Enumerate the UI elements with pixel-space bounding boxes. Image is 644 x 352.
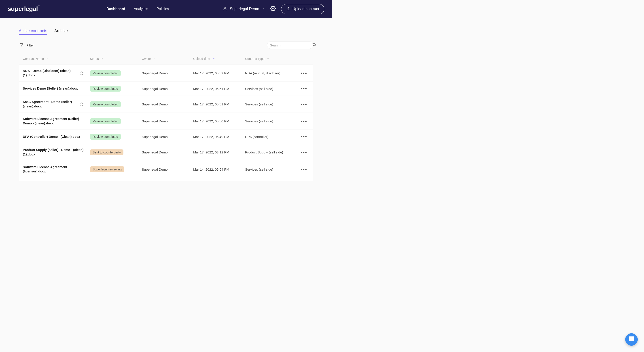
cell-upload-date: Mar 17, 2022, 05:51 PM: [193, 87, 245, 91]
row-actions-button[interactable]: •••: [296, 70, 309, 76]
user-icon: [223, 6, 227, 12]
col-label: Contract Name: [23, 57, 44, 60]
nav-policies[interactable]: Policies: [156, 7, 169, 11]
cell-owner: Superlegal Demo: [142, 135, 193, 139]
user-menu[interactable]: Superlegal Demo: [223, 6, 265, 12]
brand-text: superlegal: [8, 5, 38, 12]
chevron-down-icon: [46, 57, 49, 60]
row-actions-button[interactable]: •••: [296, 167, 309, 172]
cell-upload-date: Mar 14, 2022, 05:54 PM: [193, 168, 245, 171]
cell-status: Sent to counterparty: [90, 150, 142, 155]
cell-owner: Superlegal Demo: [142, 87, 193, 91]
cell-owner: Superlegal Demo: [142, 119, 193, 123]
table-header: Contract Name Status Owner Upload date C…: [19, 57, 313, 65]
table-row[interactable]: NDA - Demo (Discloser) (clean) (1).docxR…: [19, 65, 313, 82]
brand-logo: superlegal™: [8, 5, 40, 12]
cell-status: Review completed: [90, 101, 142, 107]
table-toolbar: Filter: [19, 41, 313, 49]
row-actions-button[interactable]: •••: [296, 134, 309, 140]
row-actions-button[interactable]: •••: [296, 150, 309, 155]
table-row[interactable]: SaaS Agreement - Demo (seller) (clean).d…: [19, 96, 313, 113]
cell-owner: Superlegal Demo: [142, 71, 193, 75]
table-row[interactable]: Product Supply (seller) - Demo - (clean)…: [19, 144, 313, 161]
filter-icon: [101, 57, 104, 60]
cell-owner: Superlegal Demo: [142, 102, 193, 106]
contract-filename: NDA - Demo (Discloser) (clean) (1).docx: [23, 69, 78, 77]
contract-filename: Product Supply (seller) - Demo - (clean)…: [23, 148, 84, 157]
filter-label: Filter: [26, 43, 34, 47]
table-row[interactable]: DPA (Controller) Demo - (Clean).docxRevi…: [19, 130, 313, 144]
status-badge: Review completed: [90, 70, 121, 76]
svg-point-1: [272, 8, 274, 9]
cell-status: Review completed: [90, 118, 142, 124]
search-input[interactable]: [270, 43, 312, 47]
search-icon: [312, 43, 316, 48]
col-header-contract-type[interactable]: Contract Type: [245, 57, 296, 60]
search-box[interactable]: [267, 41, 313, 49]
cell-contract-name: Services Demo (Seller) (clean).docx: [23, 86, 90, 91]
cell-status: Review completed: [90, 134, 142, 140]
filter-icon: [20, 43, 24, 48]
cell-contract-type: DPA (controller): [245, 135, 296, 139]
settings-button[interactable]: [270, 6, 276, 12]
cell-owner: Superlegal Demo: [142, 150, 193, 154]
col-label: Upload date: [193, 57, 210, 60]
cell-upload-date: Mar 17, 2022, 03:12 PM: [193, 150, 245, 154]
col-header-owner[interactable]: Owner: [142, 57, 193, 60]
contract-filename: DPA (Controller) Demo - (Clean).docx: [23, 135, 80, 139]
upload-label: Upload contract: [292, 7, 319, 11]
table-row[interactable]: Services Demo (Seller) (clean).docxRevie…: [19, 82, 313, 96]
col-header-status[interactable]: Status: [90, 57, 142, 60]
content-tabs: Active contracts Archive: [19, 29, 313, 35]
trademark: ™: [38, 5, 40, 7]
status-badge: Review completed: [90, 118, 121, 124]
svg-point-0: [224, 7, 226, 8]
tab-archive[interactable]: Archive: [54, 29, 68, 35]
cell-contract-type: Services (sell side): [245, 119, 296, 123]
refresh-icon[interactable]: [80, 71, 84, 75]
gear-icon: [270, 6, 276, 12]
table-body: NDA - Demo (Discloser) (clean) (1).docxR…: [19, 65, 313, 181]
cell-contract-name: Product Supply (seller) - Demo - (clean)…: [23, 148, 90, 157]
col-header-name[interactable]: Contract Name: [23, 57, 90, 60]
cell-status: Review completed: [90, 86, 142, 92]
cell-upload-date: Mar 17, 2022, 05:50 PM: [193, 119, 245, 123]
row-actions-button[interactable]: •••: [296, 118, 309, 124]
main-content: Active contracts Archive Filter Contract…: [0, 18, 332, 181]
filter-icon: [267, 57, 270, 60]
table-row[interactable]: Software License Agreement (Seller) - De…: [19, 113, 313, 130]
cell-contract-name: DPA (Controller) Demo - (Clean).docx: [23, 135, 90, 139]
cell-contract-name: NDA - Demo (Discloser) (clean) (1).docx: [23, 69, 90, 77]
filter-button[interactable]: Filter: [20, 43, 34, 48]
upload-icon: [286, 6, 290, 12]
cell-upload-date: Mar 17, 2022, 05:52 PM: [193, 71, 245, 75]
cell-upload-date: Mar 17, 2022, 05:51 PM: [193, 102, 245, 106]
table-row[interactable]: NDA (recipient).docxSent to counterparty…: [19, 178, 313, 181]
user-name: Superlegal Demo: [230, 7, 259, 11]
refresh-icon[interactable]: [80, 102, 84, 106]
cell-status: Review completed: [90, 70, 142, 76]
col-header-upload-date[interactable]: Upload date: [193, 57, 245, 60]
chevron-down-icon: [262, 7, 265, 11]
table-row[interactable]: Software License Agreement (licensor).do…: [19, 161, 313, 178]
row-actions-button[interactable]: •••: [296, 86, 309, 92]
chevron-down-icon: [153, 57, 156, 60]
nav-analytics[interactable]: Analytics: [134, 7, 148, 11]
nav-dashboard[interactable]: Dashboard: [107, 7, 126, 11]
app-header: superlegal™ Dashboard Analytics Policies…: [0, 0, 332, 18]
contract-filename: SaaS Agreement - Demo (seller) (clean).d…: [23, 100, 78, 109]
col-label: Owner: [142, 57, 151, 60]
upload-contract-button[interactable]: Upload contract: [281, 4, 324, 14]
header-right: Superlegal Demo Upload contract: [223, 4, 324, 14]
status-badge: Review completed: [90, 101, 121, 107]
cell-contract-type: Services (sell side): [245, 87, 296, 91]
contract-filename: Services Demo (Seller) (clean).docx: [23, 86, 78, 91]
tab-active-contracts[interactable]: Active contracts: [19, 29, 47, 35]
cell-contract-name: SaaS Agreement - Demo (seller) (clean).d…: [23, 100, 90, 109]
row-actions-button[interactable]: •••: [296, 101, 309, 107]
svg-point-2: [313, 43, 316, 46]
col-label: Status: [90, 57, 99, 60]
contract-filename: Software License Agreement (licensor).do…: [23, 165, 84, 174]
col-label: Contract Type: [245, 57, 264, 60]
cell-contract-type: Services (sell side): [245, 102, 296, 106]
